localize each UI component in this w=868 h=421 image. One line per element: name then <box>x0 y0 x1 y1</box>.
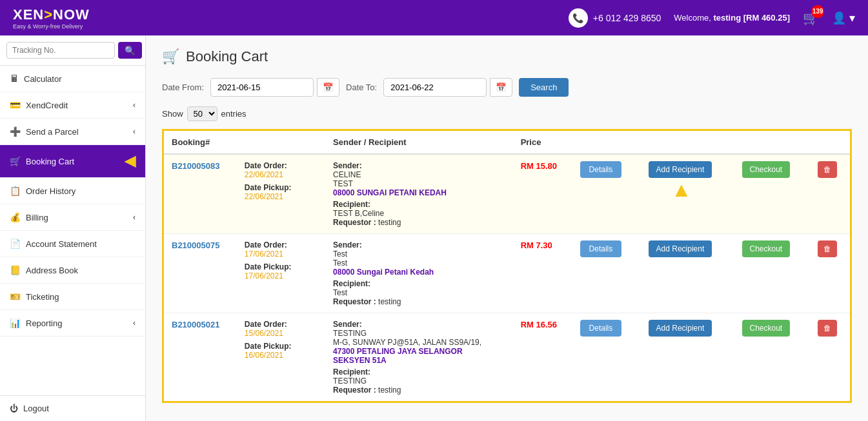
add-recipient-container: Add Recipient <box>649 320 715 337</box>
header: XEN>NOW Easy & Worry-free Delivery 📞 +6 … <box>0 0 868 35</box>
sender-label: Sender: <box>333 320 505 329</box>
sender-addr: SEKSYEN 51A <box>333 356 505 365</box>
logo: XEN>NOW Easy & Worry-free Delivery <box>13 6 90 30</box>
add-recipient-button[interactable]: Add Recipient <box>649 320 712 337</box>
sidebar-item-calculator[interactable]: 🖩Calculator <box>0 66 145 92</box>
date-order-label: Date Order: <box>245 161 318 170</box>
sidebar-item-account-statement[interactable]: 📄Account Statement <box>0 231 145 257</box>
details-button[interactable]: Details <box>580 320 622 337</box>
sender-addr-line2: 47300 PETALING JAYA SELANGOR <box>333 347 505 356</box>
sidebar-item-reporting[interactable]: 📊Reporting ‹ <box>0 310 145 337</box>
checkout-button[interactable]: Checkout <box>742 161 791 178</box>
details-button[interactable]: Details <box>580 240 622 257</box>
price-value: RM 16.56 <box>521 320 557 329</box>
date-order-value: 22/06/2021 <box>245 170 318 179</box>
table-cell-add-recipient: Add Recipient ▲ <box>641 154 734 234</box>
tracking-search-button[interactable]: 🔍 <box>118 42 142 59</box>
requestor: Requestor : testing <box>333 386 505 395</box>
date-order-value: 17/06/2021 <box>245 250 318 259</box>
add-recipient-button[interactable]: Add Recipient <box>649 161 712 178</box>
delete-button[interactable]: 🗑 <box>818 320 837 337</box>
sidebar-item-xendcredit[interactable]: 💳XendCredit ‹ <box>0 92 145 119</box>
page-title: 🛒 Booking Cart <box>162 48 852 65</box>
xendcredit-icon: 💳 <box>10 100 21 110</box>
date-to-input[interactable] <box>383 78 487 97</box>
requestor: Requestor : testing <box>333 218 505 227</box>
address-book-icon: 📒 <box>10 265 21 275</box>
sidebar-active-arrow: ◀ <box>125 153 136 170</box>
checkout-button[interactable]: Checkout <box>742 320 791 337</box>
details-button[interactable]: Details <box>580 161 622 178</box>
table-cell-booking-num: B210005021 <box>163 313 237 402</box>
sidebar-item-ticketing[interactable]: 🎫Ticketing <box>0 284 145 310</box>
order-history-icon: 📋 <box>10 186 21 196</box>
requestor: Requestor : testing <box>333 297 505 306</box>
logo-sub: Easy & Worry-free Delivery <box>13 23 90 30</box>
send-parcel-icon: ➕ <box>10 126 21 137</box>
sidebar-search: 🔍 <box>0 35 145 66</box>
add-recipient-button[interactable]: Add Recipient <box>649 240 712 257</box>
logout-icon: ⏻ <box>10 404 18 413</box>
sidebar-item-order-history[interactable]: 📋Order History <box>0 178 145 204</box>
table-cell-delete: 🗑 <box>810 313 851 402</box>
date-pickup-label: Date Pickup: <box>245 342 318 351</box>
sidebar-label-address-book: Address Book <box>26 266 78 275</box>
table-cell-price: RM 16.56 <box>513 313 572 402</box>
date-from-input[interactable] <box>210 78 314 97</box>
date-order-label: Date Order: <box>245 320 318 329</box>
table-cell-details: Details <box>572 234 641 313</box>
tracking-input[interactable] <box>6 42 115 59</box>
col-dates <box>237 130 325 155</box>
date-pickup-value: 22/06/2021 <box>245 192 318 201</box>
search-button[interactable]: Search <box>519 78 569 97</box>
table-cell-add-recipient: Add Recipient <box>641 234 734 313</box>
billing-icon: 💰 <box>10 212 21 222</box>
date-order-label: Date Order: <box>245 240 318 250</box>
date-from-calendar-button[interactable]: 📅 <box>317 78 339 97</box>
table-cell-add-recipient: Add Recipient <box>641 313 734 402</box>
table-cell-sender-recipient: Sender: CELINE TEST 08000 SUNGAI PETANI … <box>325 154 513 234</box>
layout: 🔍 🖩Calculator 💳XendCredit ‹ ➕Send a Parc… <box>0 35 868 421</box>
table-cell-price: RM 7.30 <box>513 234 572 313</box>
delete-button[interactable]: 🗑 <box>818 240 837 257</box>
date-to-calendar-button[interactable]: 📅 <box>490 78 512 97</box>
sidebar-footer: ⏻ Logout <box>0 395 145 421</box>
sidebar-label-billing: Billing <box>26 213 48 222</box>
entries-select[interactable]: 50 25 10 <box>187 106 217 121</box>
calculator-icon: 🖩 <box>10 73 19 84</box>
delete-button[interactable]: 🗑 <box>818 161 837 178</box>
sidebar-item-address-book[interactable]: 📒Address Book <box>0 257 145 284</box>
date-order-value: 15/06/2021 <box>245 329 318 338</box>
username: testing [RM 460.25] <box>714 13 790 23</box>
sidebar-item-booking-cart[interactable]: 🛒Booking Cart ◀ <box>0 145 145 178</box>
xendcredit-arrow: ‹ <box>133 101 136 110</box>
page-title-text: Booking Cart <box>186 48 268 65</box>
user-icon[interactable]: 👤 ▾ <box>832 11 855 25</box>
col-sender-recipient: Sender / Recipient <box>325 130 513 155</box>
table-cell-dates: Date Order: 17/06/2021 Date Pickup: 17/0… <box>237 234 325 313</box>
phone-section: 📞 +6 012 429 8650 <box>569 8 661 28</box>
page-title-icon: 🛒 <box>162 48 179 65</box>
recipient-label: Recipient: <box>333 200 505 209</box>
sidebar-item-send-parcel[interactable]: ➕Send a Parcel ‹ <box>0 119 145 145</box>
sidebar-item-billing[interactable]: 💰Billing ‹ <box>0 204 145 231</box>
logout-item[interactable]: ⏻ Logout <box>10 404 136 413</box>
sender-name2: Test <box>333 259 505 268</box>
sidebar-nav: 🖩Calculator 💳XendCredit ‹ ➕Send a Parcel… <box>0 66 145 395</box>
main-content: 🛒 Booking Cart Date From: 📅 Date To: 📅 S… <box>146 35 868 421</box>
col-actions3 <box>734 130 810 155</box>
table-cell-dates: Date Order: 15/06/2021 Date Pickup: 16/0… <box>237 313 325 402</box>
sidebar-label-send-parcel: Send a Parcel <box>26 127 79 137</box>
recipient-label: Recipient: <box>333 367 505 377</box>
checkout-button[interactable]: Checkout <box>742 240 791 257</box>
recipient-value: TEST B,Celine <box>333 209 505 218</box>
sidebar-label-order-history: Order History <box>26 186 76 196</box>
add-recipient-container: Add Recipient <box>649 240 715 257</box>
sidebar-label-reporting: Reporting <box>26 318 62 328</box>
show-entries: Show 50 25 10 entries <box>162 106 852 121</box>
cart-icon-wrap[interactable]: 🛒 139 <box>803 10 819 26</box>
reporting-icon: 📊 <box>10 318 21 328</box>
sidebar-label-calculator: Calculator <box>24 74 62 84</box>
show-label-post: entries <box>221 109 247 119</box>
sidebar-label-ticketing: Ticketing <box>26 292 59 302</box>
